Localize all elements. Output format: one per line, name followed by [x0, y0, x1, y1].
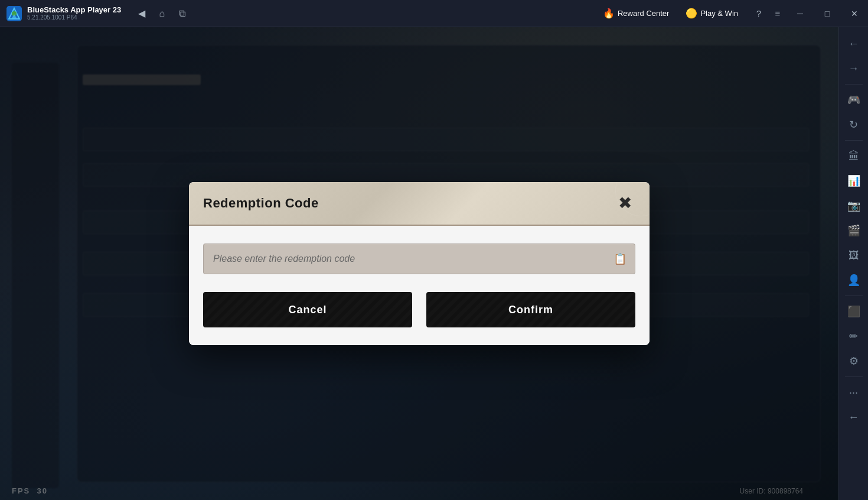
reward-center-button[interactable]: 🔥 Reward Center [597, 5, 675, 21]
app-name-block: BlueStacks App Player 23 5.21.205.1001 P… [27, 5, 121, 22]
sidebar-person[interactable]: 👤 [843, 270, 864, 291]
paste-icon[interactable]: 📋 [612, 251, 628, 267]
redemption-dialog: Redemption Code ✖ 📋 Cancel [189, 182, 650, 345]
back-button[interactable]: ◀ [133, 5, 151, 22]
sidebar-collapse[interactable]: ← [843, 407, 864, 428]
sidebar-photo[interactable]: 🖼 [843, 245, 864, 266]
play-and-win-button[interactable]: 🟡 Play & Win [680, 5, 744, 21]
sidebar-divider-4 [845, 376, 863, 377]
redemption-input-wrapper: 📋 [203, 243, 635, 274]
sidebar-pencil[interactable]: ✏ [843, 326, 864, 347]
tabs-button[interactable]: ⧉ [173, 5, 191, 22]
sidebar-arrow-right[interactable]: → [843, 58, 864, 79]
sidebar-crop[interactable]: ⬛ [843, 301, 864, 322]
nav-buttons: ◀ ⌂ ⧉ [133, 5, 191, 22]
app-version: 5.21.205.1001 P64 [27, 14, 121, 21]
modal-overlay: Redemption Code ✖ 📋 Cancel [0, 27, 838, 500]
dialog-buttons: Cancel Confirm [203, 292, 635, 327]
sidebar-divider-3 [845, 296, 863, 296]
play-win-label: Play & Win [700, 9, 738, 18]
window-controls: ─ □ ✕ [787, 0, 868, 27]
redemption-code-input[interactable] [203, 243, 635, 274]
app-logo [6, 5, 22, 22]
dialog-header: Redemption Code ✖ [189, 182, 650, 226]
coin-icon: 🟡 [686, 8, 697, 19]
dialog-title: Redemption Code [203, 196, 319, 211]
window-close-button[interactable]: ✕ [841, 0, 868, 27]
sidebar-video[interactable]: 🎬 [843, 220, 864, 241]
titlebar: BlueStacks App Player 23 5.21.205.1001 P… [0, 0, 868, 27]
app-title: BlueStacks App Player 23 [27, 5, 121, 15]
sidebar-divider-1 [845, 84, 863, 85]
titlebar-right-section: 🔥 Reward Center 🟡 Play & Win [597, 5, 744, 21]
sidebar-building[interactable]: 🏛 [843, 145, 864, 167]
cancel-button[interactable]: Cancel [203, 292, 412, 327]
confirm-button[interactable]: Confirm [426, 292, 635, 327]
ninja-close-icon: ✖ [618, 195, 632, 212]
sidebar-camera[interactable]: 📷 [843, 195, 864, 216]
confirm-label: Confirm [508, 304, 553, 316]
sidebar-settings[interactable]: ⚙ [843, 350, 864, 372]
right-sidebar: ← → 🎮 ↻ 🏛 📊 📷 🎬 🖼 👤 ⬛ ✏ ⚙ ··· ← [838, 27, 868, 500]
minimize-button[interactable]: ─ [787, 0, 814, 27]
logo-shape [6, 6, 22, 21]
dialog-close-button[interactable]: ✖ [614, 193, 635, 214]
sidebar-divider-2 [845, 140, 863, 141]
home-button[interactable]: ⌂ [153, 5, 171, 22]
maximize-button[interactable]: □ [814, 0, 841, 27]
cancel-label: Cancel [288, 304, 327, 316]
sidebar-chart[interactable]: 📊 [843, 170, 864, 191]
help-button[interactable]: ? [750, 5, 768, 22]
titlebar-utility-icons: ? ≡ [750, 5, 787, 22]
dialog-body: 📋 Cancel Confirm [189, 226, 650, 345]
sidebar-gamepad[interactable]: 🎮 [843, 89, 864, 111]
sidebar-arrow-left[interactable]: ← [843, 33, 864, 54]
fire-icon: 🔥 [603, 8, 615, 19]
reward-center-label: Reward Center [618, 9, 669, 18]
sidebar-more[interactable]: ··· [843, 382, 864, 403]
main-content: Redemption Code ✖ 📋 Cancel [0, 27, 838, 500]
sidebar-refresh[interactable]: ↻ [843, 114, 864, 135]
menu-button[interactable]: ≡ [769, 5, 787, 22]
